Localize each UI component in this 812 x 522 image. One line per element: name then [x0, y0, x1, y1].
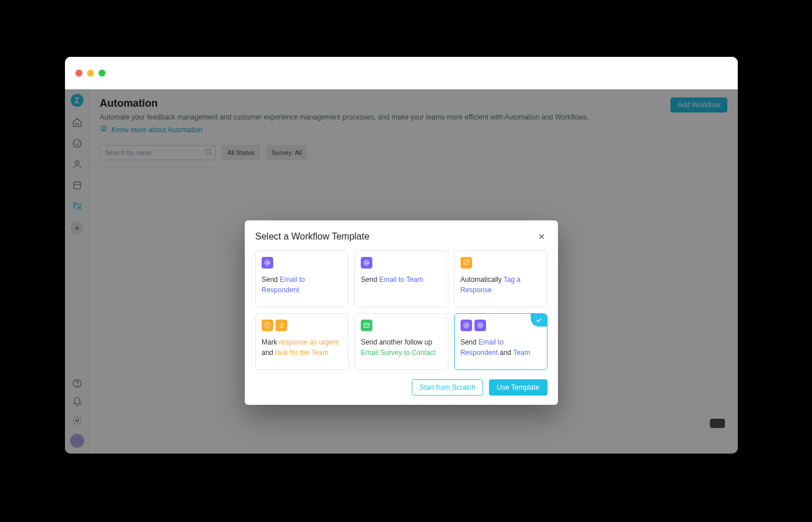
card-icons — [262, 320, 342, 331]
card-description: Send Email to Respondent — [262, 274, 342, 295]
card-description: Mark response as urgent and task for the… — [262, 337, 342, 358]
card-icon — [361, 257, 372, 269]
template-card[interactable]: Send another follow up Email Survey to C… — [354, 313, 448, 370]
svg-point-10 — [366, 262, 368, 264]
mac-titlebar — [65, 57, 738, 89]
svg-point-16 — [279, 327, 280, 328]
card-description: Send another follow up Email Survey to C… — [361, 337, 441, 358]
svg-point-11 — [467, 261, 468, 262]
template-card[interactable]: Mark response as urgent and task for the… — [255, 313, 349, 370]
card-icons — [361, 257, 441, 269]
traffic-light-close[interactable] — [75, 70, 82, 77]
svg-point-18 — [465, 324, 467, 327]
card-description: Automatically Tag a Response — [461, 274, 541, 295]
template-card[interactable]: Send Email to Respondent — [255, 251, 349, 307]
card-icon — [474, 320, 486, 331]
svg-point-13 — [267, 327, 268, 327]
card-icon — [361, 320, 372, 331]
card-icon — [262, 257, 273, 269]
svg-point-9 — [266, 262, 269, 264]
card-icons — [361, 320, 441, 331]
traffic-light-minimize[interactable] — [87, 70, 94, 77]
card-icon — [461, 257, 472, 269]
template-card[interactable]: Send Email to Team — [354, 251, 448, 307]
template-card[interactable]: Send Email to Respondent and Team — [454, 313, 548, 370]
card-description: Send Email to Respondent and Team — [461, 337, 541, 358]
card-description: Send Email to Team — [361, 274, 441, 285]
card-icons — [262, 257, 342, 269]
use-template-button[interactable]: Use Template — [489, 379, 548, 396]
modal-close-button[interactable]: ✕ — [536, 231, 548, 242]
template-card[interactable]: Automatically Tag a Response — [454, 251, 548, 307]
template-modal: Select a Workflow Template ✕ Send Email … — [245, 220, 558, 405]
template-grid: Send Email to RespondentSend Email to Te… — [255, 251, 548, 370]
app-window: Z + Automation Automate your feedback ma… — [65, 57, 738, 454]
card-icons — [461, 320, 541, 331]
card-icon — [262, 320, 273, 331]
traffic-light-zoom[interactable] — [99, 70, 106, 77]
selected-check-icon — [531, 314, 547, 327]
card-icon — [461, 320, 472, 331]
svg-point-14 — [279, 324, 280, 324]
card-icons — [461, 257, 541, 269]
svg-point-15 — [279, 325, 280, 326]
modal-title: Select a Workflow Template — [255, 231, 369, 242]
start-from-scratch-button[interactable]: Start from Scratch — [412, 379, 483, 396]
card-icon — [276, 320, 287, 331]
svg-point-19 — [479, 324, 481, 327]
